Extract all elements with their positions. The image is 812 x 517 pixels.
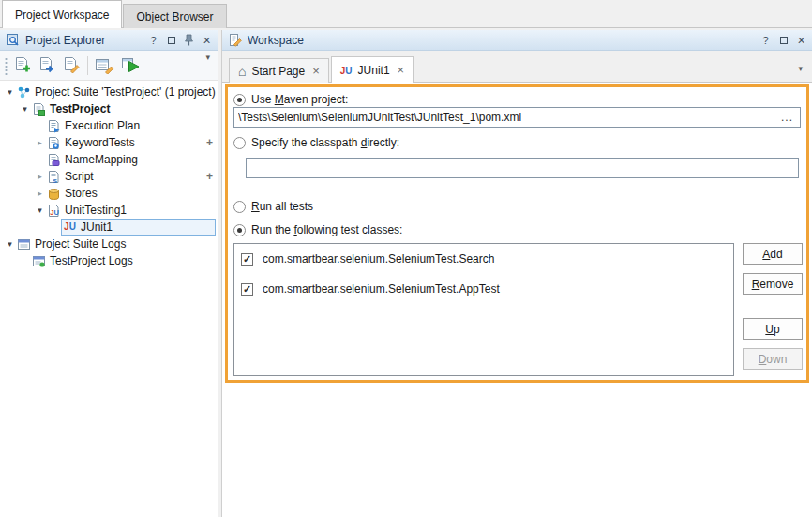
radio-off-icon[interactable]	[233, 137, 246, 149]
tree-item-project-suite-logs[interactable]: ▾Project Suite Logs	[0, 236, 218, 252]
tab-label: JUnit1	[358, 64, 390, 77]
workspace-header: Workspace ? ×	[222, 30, 812, 51]
namemapping-icon	[46, 153, 62, 167]
tree-item-label: Stores	[62, 186, 100, 201]
button-label: Down	[759, 353, 788, 366]
tree-item-execution-plan[interactable]: Execution Plan	[0, 117, 218, 134]
tree-item-label: UnitTesting1	[62, 203, 129, 218]
svg-text:U: U	[53, 208, 58, 217]
stores-icon	[46, 187, 62, 201]
maximize-button[interactable]	[165, 34, 177, 47]
pin-button[interactable]	[183, 34, 195, 47]
button-label: Add	[762, 248, 782, 261]
execplan-icon	[46, 119, 62, 133]
tree-item-script[interactable]: ▸sScript+	[0, 168, 218, 185]
junit-icon: JU	[340, 64, 353, 77]
tree-item-label: KeywordTests	[62, 135, 138, 150]
radio-on-icon[interactable]	[233, 224, 246, 236]
toolbar-separator	[87, 56, 88, 75]
toolbar-overflow-button[interactable]: ▾	[201, 51, 215, 64]
add-new-item-button[interactable]	[11, 53, 34, 78]
add-existing-item-button[interactable]	[36, 53, 58, 78]
checkbox-icon[interactable]: ✓	[241, 253, 253, 266]
logs-icon	[16, 237, 32, 251]
tree-item-junit1[interactable]: JUJUnit1	[0, 219, 218, 236]
run-all-tests-radio[interactable]: Run all tests	[233, 199, 313, 214]
tree-item-project-suite[interactable]: ▾Project Suite 'TestProject' (1 project)	[0, 84, 218, 100]
help-button[interactable]: ?	[759, 34, 772, 47]
panel-window-buttons: ? ×	[759, 34, 807, 47]
run-test-classes-radio[interactable]: Run the following test classes:	[233, 222, 402, 237]
tree-item-testproject[interactable]: ▾TestProject	[0, 100, 218, 117]
use-maven-label: Use Maven project:	[251, 93, 348, 106]
classpath-input[interactable]	[246, 158, 799, 178]
tree-item-testproject-logs[interactable]: TestProject Logs	[0, 252, 218, 269]
expander-closed-icon[interactable]: ▸	[34, 172, 46, 181]
maven-path-value: \Tests\Selenium\SeleniumJUnitTest\JUnitT…	[238, 111, 778, 124]
tree-item-namemapping[interactable]: NameMapping	[0, 151, 218, 168]
help-button[interactable]: ?	[147, 34, 159, 47]
run-project-button[interactable]	[119, 53, 143, 78]
tree-item-label: Execution Plan	[62, 118, 143, 133]
up-button[interactable]: Up	[743, 318, 803, 340]
use-maven-radio[interactable]: Use Maven project:	[233, 92, 348, 107]
script-icon: s	[46, 170, 62, 184]
add-plus-icon[interactable]: +	[206, 136, 213, 149]
test-classes-list[interactable]: ✓com.smartbear.selenium.SeleniumTest.Sea…	[233, 243, 734, 376]
project-icon	[31, 102, 47, 116]
expander-open-icon[interactable]: ▾	[19, 104, 31, 114]
expander-open-icon[interactable]: ▾	[34, 205, 46, 215]
expander-open-icon[interactable]: ▾	[4, 87, 16, 97]
workspace-content: Use Maven project: \Tests\Selenium\Selen…	[222, 83, 812, 517]
explorer-toolbar: ▾	[0, 51, 218, 81]
run-test-classes-label: Run the following test classes:	[251, 223, 402, 236]
maximize-button[interactable]	[777, 34, 789, 47]
test-class-row[interactable]: ✓com.smartbear.selenium.SeleniumTest.App…	[234, 274, 733, 304]
workspace-icon	[227, 33, 243, 47]
organize-tests-button[interactable]	[93, 53, 117, 78]
panel-window-buttons: ? ×	[147, 34, 213, 47]
selected-item-highlight: JUJUnit1	[61, 219, 216, 236]
main-tab-object-browser[interactable]: Object Browser	[123, 4, 226, 28]
remove-button[interactable]: Remove	[743, 273, 803, 295]
project-explorer-panel: Project Explorer ? × ▾ ▾Project Suite 'T…	[0, 30, 218, 517]
classpath-label: Specify the classpath directly:	[251, 136, 399, 149]
tree-item-label: Script	[62, 169, 97, 184]
classpath-radio[interactable]: Specify the classpath directly:	[233, 135, 399, 150]
junit-settings-group: Use Maven project: \Tests\Selenium\Selen…	[225, 84, 809, 383]
test-class-label: com.smartbear.selenium.SeleniumTest.Sear…	[263, 252, 494, 266]
expander-open-icon[interactable]: ▾	[4, 239, 16, 249]
edit-item-button[interactable]	[60, 53, 83, 78]
workspace-panel: Workspace ? × ⌂Start Page×JUJUnit1× ▾ Us…	[221, 30, 812, 517]
radio-on-icon[interactable]	[233, 94, 246, 106]
tree-item-stores[interactable]: ▸Stores	[0, 185, 218, 202]
close-button[interactable]: ×	[795, 34, 807, 47]
add-button[interactable]: Add	[743, 243, 803, 265]
main-tab-bar: Project WorkspaceObject Browser	[0, 0, 812, 28]
checkbox-icon[interactable]: ✓	[241, 283, 253, 296]
expander-closed-icon[interactable]: ▸	[34, 138, 46, 147]
svg-text:s: s	[53, 175, 58, 184]
test-class-row[interactable]: ✓com.smartbear.selenium.SeleniumTest.Sea…	[234, 244, 733, 274]
expander-closed-icon[interactable]: ▸	[34, 189, 46, 198]
main-tab-project-workspace[interactable]: Project Workspace	[2, 0, 122, 28]
down-button: Down	[743, 348, 803, 370]
tab-close-icon[interactable]: ×	[312, 67, 320, 76]
radio-off-icon[interactable]	[233, 201, 246, 213]
project-explorer-tree: ▾Project Suite 'TestProject' (1 project)…	[0, 81, 218, 517]
document-tab-start-page[interactable]: ⌂Start Page×	[229, 58, 329, 83]
document-tab-junit1[interactable]: JUJUnit1×	[331, 56, 414, 83]
toolbar-grip[interactable]	[3, 56, 8, 75]
tree-item-unittesting1[interactable]: ▾JUUnitTesting1	[0, 202, 218, 219]
tab-close-icon[interactable]: ×	[398, 66, 405, 75]
browse-button[interactable]: ...	[778, 111, 796, 124]
add-plus-icon[interactable]: +	[206, 170, 213, 183]
tree-item-keywordtests[interactable]: ▸KeywordTests+	[0, 134, 218, 151]
maven-path-input[interactable]: \Tests\Selenium\SeleniumJUnitTest\JUnitT…	[233, 107, 801, 128]
tab-list-dropdown-button[interactable]: ▾	[798, 64, 803, 73]
log-icon	[31, 254, 47, 268]
suite-icon	[16, 85, 32, 99]
junit-icon: JU	[62, 222, 78, 232]
workspace-tab-strip: ⌂Start Page×JUJUnit1× ▾	[222, 51, 812, 83]
close-button[interactable]: ×	[201, 34, 213, 47]
